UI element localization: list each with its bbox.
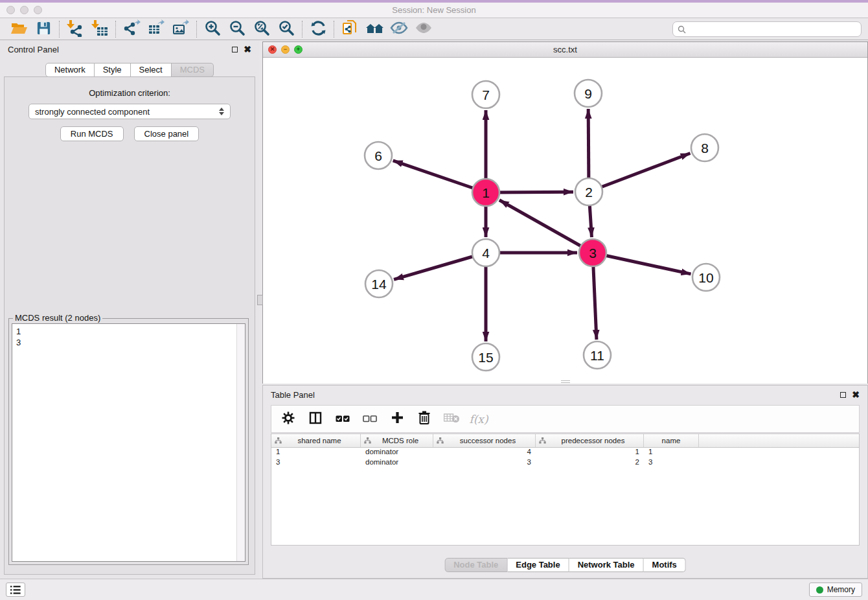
- tab-style[interactable]: Style: [95, 63, 131, 77]
- search-box[interactable]: [672, 21, 862, 37]
- refresh-network-button[interactable]: [306, 19, 330, 39]
- close-window-button[interactable]: [6, 6, 15, 14]
- network-close-button[interactable]: ✕: [268, 45, 277, 54]
- column-header-MCDS-role[interactable]: MCDS role: [361, 434, 433, 447]
- result-scrollbar[interactable]: [236, 324, 245, 561]
- column-header-name[interactable]: name: [644, 434, 699, 447]
- run-mcds-button[interactable]: Run MCDS: [60, 126, 124, 141]
- graph-node-label-1: 1: [482, 185, 490, 200]
- graph-edge-3-1[interactable]: [499, 200, 593, 253]
- duplicate-network-button[interactable]: [337, 19, 362, 39]
- table-row[interactable]: 3dominator323: [271, 458, 859, 468]
- export-table-icon: [148, 19, 165, 39]
- graph-edge-1-6[interactable]: [393, 161, 486, 192]
- deselect-all-rows-button[interactable]: [360, 409, 380, 430]
- table-cell[interactable]: 3: [433, 458, 536, 468]
- table-cell[interactable]: dominator: [361, 458, 433, 468]
- mcds-result-box[interactable]: 1 3: [12, 323, 246, 562]
- toolbar-separator: [59, 21, 60, 38]
- import-table-button[interactable]: [87, 19, 112, 39]
- graph-node-label-2: 2: [585, 185, 593, 200]
- memory-button[interactable]: Memory: [809, 583, 862, 597]
- tab-mcds[interactable]: MCDS: [172, 63, 214, 77]
- network-canvas[interactable]: 1234678910111415: [263, 58, 867, 384]
- save-session-button[interactable]: [31, 19, 56, 39]
- graph-node-label-9: 9: [584, 86, 592, 101]
- close-panel-button[interactable]: Close panel: [134, 126, 200, 141]
- float-table-panel-icon[interactable]: [840, 392, 846, 398]
- table-cell[interactable]: 3: [271, 458, 361, 468]
- export-image-button[interactable]: [168, 19, 193, 39]
- tab-motifs[interactable]: Motifs: [644, 558, 686, 572]
- graph-edge-3-10[interactable]: [593, 253, 691, 274]
- tab-edge-table[interactable]: Edge Table: [507, 558, 569, 572]
- open-session-button[interactable]: [6, 19, 31, 39]
- column-header-successor-nodes[interactable]: successor nodes: [433, 434, 536, 447]
- attribute-type-icon: [364, 437, 371, 444]
- tab-network-table[interactable]: Network Table: [569, 558, 644, 572]
- toolbar-separator: [302, 21, 303, 38]
- column-visibility-button[interactable]: [305, 409, 326, 430]
- graph-node-label-3: 3: [589, 246, 597, 260]
- delete-table-button: [441, 409, 462, 430]
- close-panel-icon[interactable]: ✖: [244, 45, 251, 54]
- task-history-button[interactable]: [6, 583, 25, 597]
- table-row[interactable]: 1dominator411: [271, 448, 859, 458]
- tab-network[interactable]: Network: [45, 63, 95, 77]
- close-table-panel-icon[interactable]: ✖: [852, 390, 860, 399]
- table-settings-icon: [282, 411, 295, 427]
- column-header-predecessor-nodes[interactable]: predecessor nodes: [536, 434, 644, 447]
- table-body: 1dominator4113dominator323: [271, 448, 859, 468]
- network-minimize-button[interactable]: −: [281, 45, 290, 54]
- tab-node-table[interactable]: Node Table: [444, 558, 507, 572]
- graph-node-label-8: 8: [701, 141, 709, 156]
- canvas-resize-handle[interactable]: [561, 380, 570, 383]
- table-cell[interactable]: dominator: [361, 448, 433, 458]
- table-cell[interactable]: 1: [536, 448, 644, 458]
- duplicate-network-icon: [341, 19, 359, 40]
- zoom-window-button[interactable]: [34, 6, 42, 14]
- table-cell[interactable]: 1: [644, 448, 699, 458]
- minimize-window-button[interactable]: [20, 6, 29, 14]
- search-input[interactable]: [689, 25, 856, 34]
- zoom-in-button[interactable]: [200, 19, 225, 39]
- main-titlebar: Session: New Session: [0, 3, 868, 18]
- home-view-icon: [365, 20, 384, 39]
- network-graph[interactable]: 1234678910111415: [263, 58, 867, 384]
- zoom-fit-button[interactable]: [249, 19, 274, 39]
- column-header-shared-name[interactable]: shared name: [271, 434, 361, 447]
- table-settings-button[interactable]: [278, 409, 299, 430]
- table-cell[interactable]: 4: [433, 448, 536, 458]
- delete-column-button[interactable]: [414, 409, 435, 430]
- zoom-selected-button[interactable]: [274, 19, 299, 39]
- optimization-criterion-label: Optimization criterion:: [5, 88, 255, 98]
- float-panel-icon[interactable]: [232, 47, 238, 52]
- table-cell[interactable]: 2: [536, 458, 644, 468]
- export-table-button[interactable]: [144, 19, 168, 39]
- delete-column-icon: [418, 411, 430, 427]
- deselect-all-rows-icon: [363, 413, 377, 425]
- network-maximize-button[interactable]: +: [294, 45, 303, 54]
- home-view-button[interactable]: [362, 19, 387, 39]
- toolbar-button-groups: [6, 19, 436, 39]
- graph-node-label-15: 15: [478, 350, 493, 365]
- table-cell[interactable]: 3: [644, 458, 699, 468]
- graph-node-label-7: 7: [482, 87, 490, 102]
- network-window-titlebar[interactable]: ✕ − + scc.txt: [263, 42, 867, 58]
- select-all-rows-button[interactable]: [332, 409, 353, 430]
- tab-select[interactable]: Select: [131, 63, 172, 77]
- graph-edge-2-8[interactable]: [589, 154, 691, 192]
- zoom-out-button[interactable]: [225, 19, 249, 39]
- criterion-dropdown[interactable]: strongly connected component: [29, 104, 231, 119]
- import-table-icon: [91, 19, 108, 40]
- table-cell[interactable]: 1: [271, 448, 361, 458]
- panel-splitter-handle[interactable]: [257, 295, 263, 305]
- status-bar: Memory: [0, 579, 868, 600]
- hide-graphics-details-button[interactable]: [387, 19, 411, 39]
- import-network-button[interactable]: [63, 19, 87, 39]
- export-network-button[interactable]: [119, 19, 144, 39]
- add-column-button[interactable]: [387, 409, 407, 430]
- export-image-icon: [172, 19, 190, 39]
- graph-node-label-11: 11: [590, 348, 604, 363]
- mcds-result-title: MCDS result (2 nodes): [13, 313, 102, 323]
